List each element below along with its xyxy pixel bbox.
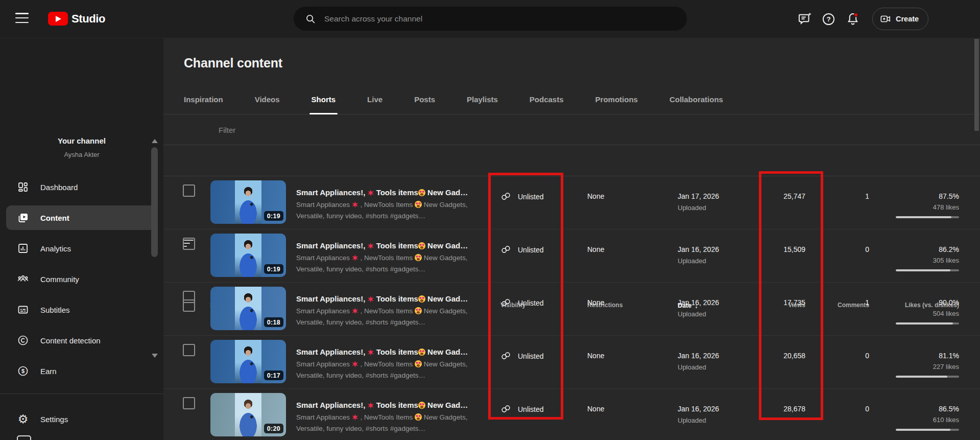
sidebar-item-dashboard[interactable]: Dashboard [6,175,157,199]
date-cell: Jan 16, 2026 Uploaded [678,404,719,426]
tab-collaborations[interactable]: Collaborations [670,85,723,114]
tab-inspiration[interactable]: Inspiration [184,85,223,114]
row-checkbox[interactable] [183,344,195,356]
short-thumbnail[interactable]: 0:20 [210,393,286,436]
short-thumbnail[interactable]: 0:19 [210,180,286,224]
date-detail: Uploaded [678,415,719,426]
sidebar-item-analytics[interactable]: Analytics [6,236,157,261]
short-title[interactable]: Smart Appliances!, Tools items New Gad… [296,346,489,357]
visibility-cell[interactable]: Unlisted [500,404,544,414]
tab-posts[interactable]: Posts [414,85,435,114]
sidebar-scroll-down-arrow[interactable] [152,354,158,358]
channel-avatar[interactable] [46,55,117,126]
row-checkbox[interactable] [183,397,195,409]
likes-count: 610 likes [878,415,959,424]
visibility-cell[interactable]: Unlisted [500,297,544,308]
short-title[interactable]: Smart Appliances!, Tools items New Gad… [296,293,489,304]
visibility-cell[interactable]: Unlisted [500,351,544,361]
likes-cell: 90.0% 504 likes [878,297,959,325]
youtube-studio-logo[interactable]: Studio [48,12,105,26]
link-icon [500,404,511,414]
collision-emoji [352,254,358,261]
search-input[interactable] [323,14,687,24]
short-description: Smart Appliances , NewTools Items New Ga… [296,359,489,381]
sidebar-item-community[interactable]: Community [6,267,157,291]
sidebar-item-subtitles[interactable]: Subtitles [6,297,157,322]
tab-playlists[interactable]: Playlists [467,85,498,114]
svg-text:?: ? [826,15,830,23]
sidebar-scrollbar-thumb[interactable] [151,147,158,257]
visibility-cell[interactable]: Unlisted [500,244,544,255]
sidebar-menu: Dashboard Content Analytics Community Su… [0,175,163,389]
tab-shorts[interactable]: Shorts [312,85,336,114]
sidebar-item-content-detection[interactable]: Content detection [6,328,157,353]
short-title[interactable]: Smart Appliances!, Tools items New Gad… [296,187,489,198]
tab-live[interactable]: Live [367,85,383,114]
duration-badge: 0:19 [264,211,283,221]
visibility-cell[interactable]: Unlisted [500,191,544,202]
copyright-icon [17,334,29,346]
earn-icon: $ [17,365,29,377]
visibility-value: Unlisted [518,298,544,308]
channel-content-page: Channel content InspirationVideosShortsL… [163,0,980,440]
star-struck-emoji [418,402,425,409]
notifications-bell-icon[interactable] [843,9,863,29]
filter-input[interactable] [218,122,475,138]
shorts-table-row: 0:19 Smart Appliances!, Tools items New … [163,176,980,229]
collision-emoji [367,349,374,356]
sidebar-divider [0,393,163,394]
send-feedback-icon[interactable] [17,435,31,440]
like-dislike-bar [896,216,959,218]
date-cell: Jan 16, 2026 Uploaded [678,297,719,319]
row-checkbox[interactable] [183,291,195,303]
short-title[interactable]: Smart Appliances!, Tools items New Gad… [296,400,489,410]
account-avatar[interactable] [945,9,964,29]
visibility-value: Unlisted [518,245,544,255]
tab-videos[interactable]: Videos [255,85,280,114]
star-struck-emoji [418,189,425,196]
row-checkbox[interactable] [183,184,195,197]
like-ratio: 81.1% [878,351,959,361]
like-dislike-bar [896,269,959,271]
likes-cell: 81.1% 227 likes [878,351,959,378]
views-value: 17,735 [728,297,805,308]
create-button-label: Create [896,15,919,23]
star-struck-emoji [415,201,422,208]
channel-search-bar[interactable] [294,7,687,31]
like-ratio: 87.5% [878,191,959,201]
sidebar-item-earn[interactable]: $ Earn [6,359,157,383]
sidebar-scroll-up-arrow[interactable] [152,139,158,143]
duration-badge: 0:19 [264,264,283,274]
short-video-preview [235,234,261,277]
shorts-table-row: 0:20 Smart Appliances!, Tools items New … [163,388,980,440]
tab-promotions[interactable]: Promotions [595,85,638,114]
like-ratio: 86.5% [878,404,959,414]
page-scrollbar-thumb[interactable] [974,39,979,131]
short-thumbnail[interactable]: 0:19 [210,234,286,277]
short-video-preview [235,180,261,224]
likes-cell: 86.2% 305 likes [878,244,959,271]
help-icon[interactable]: ? [818,9,839,29]
like-dislike-bar [896,429,959,431]
hamburger-menu-icon[interactable] [15,13,29,25]
like-bar-fill [896,269,950,271]
collision-emoji [352,201,358,208]
date-value: Jan 16, 2026 [678,297,719,308]
short-title[interactable]: Smart Appliances!, Tools items New Gad… [296,240,489,251]
create-button[interactable]: Create [872,8,928,30]
content-icon [17,212,29,224]
star-struck-emoji [415,307,422,314]
like-ratio: 86.2% [878,244,959,254]
date-cell: Jan 16, 2026 Uploaded [678,244,719,266]
comments-value: 0 [797,244,869,254]
settings-icon: ⚙ [17,413,29,425]
short-thumbnail[interactable]: 0:18 [210,287,286,330]
sidebar-item-settings[interactable]: ⚙ Settings [6,407,157,431]
tab-podcasts[interactable]: Podcasts [530,85,564,114]
sidebar-item-content[interactable]: Content [6,205,157,230]
feedback-icon[interactable] [795,9,815,29]
restrictions-value: None [587,351,604,361]
star-struck-emoji [415,254,422,261]
row-checkbox[interactable] [183,238,195,250]
short-thumbnail[interactable]: 0:17 [210,340,286,383]
